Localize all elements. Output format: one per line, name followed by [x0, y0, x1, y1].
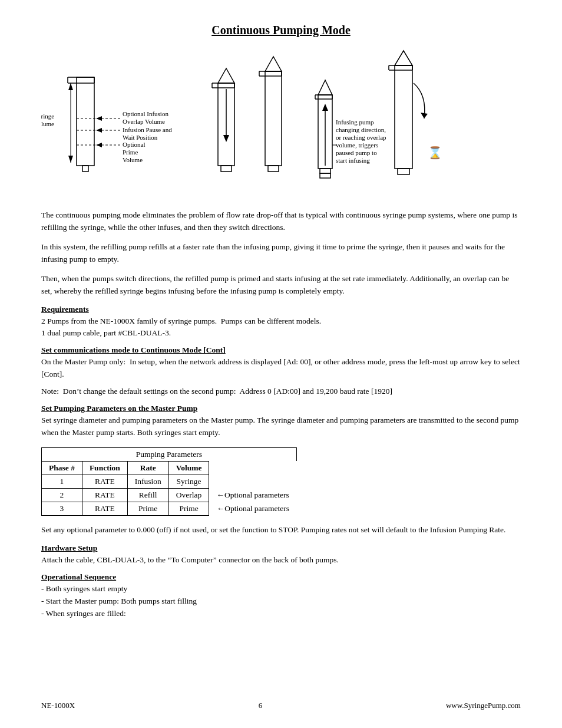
cell-function-1: RATE: [82, 475, 127, 488]
footer-center: 6: [259, 701, 263, 710]
svg-text:volume, triggers: volume, triggers: [336, 141, 378, 149]
col-header-rate: Rate: [127, 461, 168, 475]
cell-note-3: ←Optional parameters: [209, 502, 296, 515]
communications-section: Set communications mode to Continuous Mo…: [41, 345, 521, 398]
list-item: - When syringes are filled:: [41, 608, 521, 620]
page-title: Continuous Pumping Mode: [41, 24, 521, 37]
cell-note-2: ←Optional parameters: [209, 488, 296, 502]
cell-volume-3: Prime: [168, 502, 209, 515]
svg-text:Syringe: Syringe: [41, 113, 54, 120]
operational-body: - Both syringes start empty - Start the …: [41, 583, 521, 620]
operational-heading: Operational Sequence: [41, 572, 521, 582]
svg-text:Infusion Pause and: Infusion Pause and: [123, 126, 172, 133]
cell-note-1: [209, 475, 296, 488]
pumping-params-section: Set Pumping Parameters on the Master Pum…: [41, 404, 521, 439]
pumping-params-table: Pumping Parameters Phase # Function Rate…: [41, 447, 297, 516]
svg-text:changing direction,: changing direction,: [336, 126, 386, 133]
communications-heading: Set communications mode to Continuous Mo…: [41, 345, 521, 355]
svg-text:⌛: ⌛: [428, 146, 442, 160]
cell-rate-1: Infusion: [127, 475, 168, 488]
svg-marker-30: [218, 68, 234, 83]
svg-text:Volume: Volume: [41, 120, 54, 127]
svg-text:Wait Position: Wait Position: [123, 134, 158, 141]
svg-text:Prime: Prime: [123, 149, 138, 156]
communications-body: On the Master Pump only: In setup, when …: [41, 356, 521, 381]
requirements-body: 2 Pumps from the NE-1000X family of syri…: [41, 315, 521, 340]
cell-function-3: RATE: [82, 502, 127, 515]
svg-rect-33: [265, 71, 282, 166]
paragraph-2: In this system, the refilling pump refil…: [41, 241, 521, 266]
col-header-notes: [209, 461, 296, 475]
hardware-section: Hardware Setup Attach the cable, CBL-DUA…: [41, 543, 521, 566]
after-table-text: Set any optional parameter to 0.000 (off…: [41, 524, 521, 536]
svg-rect-45: [398, 169, 409, 174]
svg-text:or reaching overlap: or reaching overlap: [336, 134, 386, 141]
list-item: - Both syringes start empty: [41, 583, 521, 595]
svg-rect-29: [221, 166, 232, 172]
svg-marker-58: [322, 104, 328, 111]
cell-phase-2: 2: [42, 488, 82, 502]
table-row: 3 RATE Prime Prime ←Optional parameters: [42, 502, 297, 515]
cell-volume-2: Overlap: [168, 488, 209, 502]
svg-text:paused pump to: paused pump to: [336, 149, 377, 156]
svg-marker-32: [223, 135, 229, 142]
svg-marker-15: [96, 128, 102, 133]
table-caption: Pumping Parameters: [41, 447, 297, 461]
diagram-middle: [206, 48, 306, 201]
cell-phase-1: 1: [42, 475, 82, 488]
operational-section: Operational Sequence - Both syringes sta…: [41, 572, 521, 620]
pumping-params-body: Set syringe diameter and pumping paramet…: [41, 414, 521, 439]
col-header-volume: Volume: [168, 461, 209, 475]
cell-phase-3: 3: [42, 502, 82, 515]
svg-text:Optional Infusion: Optional Infusion: [123, 110, 168, 117]
svg-rect-40: [395, 65, 412, 169]
svg-text:Optional: Optional: [123, 141, 146, 148]
footer-left: NE-1000X: [41, 701, 75, 710]
pumping-params-heading: Set Pumping Parameters on the Master Pum…: [41, 404, 521, 413]
svg-text:Infusing pump: Infusing pump: [336, 118, 374, 126]
diagram-right: ⌛ Infusing pump changing direction, or r…: [312, 48, 465, 201]
table-row: 1 RATE Infusion Syringe: [42, 475, 297, 488]
svg-rect-55: [320, 173, 330, 178]
table-row: 2 RATE Refill Overlap ←Optional paramete…: [42, 488, 297, 502]
svg-marker-46: [395, 51, 412, 65]
svg-text:Volume: Volume: [123, 156, 143, 163]
svg-rect-0: [77, 77, 94, 166]
requirements-heading: Requirements: [41, 305, 521, 314]
svg-marker-47: [421, 113, 428, 118]
footer: NE-1000X 6 www.SyringePump.com: [41, 701, 521, 710]
svg-marker-16: [96, 143, 102, 147]
col-header-function: Function: [82, 461, 127, 475]
svg-marker-39: [265, 57, 282, 71]
col-header-phase: Phase #: [42, 461, 82, 475]
svg-rect-5: [82, 166, 88, 172]
svg-rect-38: [268, 166, 279, 172]
cell-rate-2: Refill: [127, 488, 168, 502]
svg-rect-54: [320, 169, 330, 173]
cell-rate-3: Prime: [127, 502, 168, 515]
cell-function-2: RATE: [82, 488, 127, 502]
svg-marker-14: [96, 116, 102, 121]
svg-text:start infusing: start infusing: [336, 157, 370, 164]
hardware-body: Attach the cable, CBL-DUAL-3, to the “To…: [41, 554, 521, 566]
svg-marker-7: [68, 83, 73, 90]
paragraph-3: Then, when the pumps switch directions, …: [41, 273, 521, 298]
paragraph-1: The continuous pumping mode eliminates t…: [41, 209, 521, 234]
diagrams-container: Syringe Volume Optional Infusion Overlap…: [41, 48, 521, 201]
requirements-section: Requirements 2 Pumps from the NE-1000X f…: [41, 305, 521, 340]
svg-text:Overlap Volume: Overlap Volume: [123, 118, 165, 125]
diagram-left: Syringe Volume Optional Infusion Overlap…: [41, 48, 200, 201]
cell-volume-1: Syringe: [168, 475, 209, 488]
footer-right: www.SyringePump.com: [446, 701, 521, 710]
svg-marker-8: [68, 156, 73, 163]
hardware-heading: Hardware Setup: [41, 543, 521, 553]
svg-marker-56: [318, 80, 332, 95]
list-item: - Start the Master pump: Both pumps star…: [41, 595, 521, 608]
communications-note: Note: Don’t change the default settings …: [41, 386, 521, 398]
